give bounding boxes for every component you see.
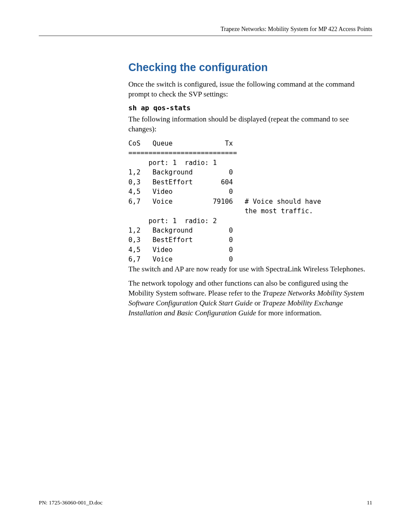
annot-cell <box>245 216 321 226</box>
running-header: Trapeze Networks: Mobility System for MP… <box>39 26 372 36</box>
followup-paragraph: The following information should be disp… <box>128 115 372 134</box>
table-row: 1,2 Background 0 <box>128 168 321 177</box>
section-title: Checking the configuration <box>128 61 372 74</box>
code-header-line: CoS Queue Tx <box>128 139 245 148</box>
annot-cell <box>245 177 321 187</box>
running-title: Trapeze Networks: Mobility System for MP… <box>221 26 372 32</box>
annot-cell <box>245 168 321 177</box>
table-row: =========================== <box>128 148 321 158</box>
code-line: 0,3 BestEffort 604 <box>128 177 245 187</box>
table-row: 6,7 Voice 0 <box>128 255 321 264</box>
annot-cell <box>245 245 321 255</box>
after-paragraph-1: The switch and AP are now ready for use … <box>128 264 372 274</box>
table-row: 0,3 BestEffort 0 <box>128 235 321 245</box>
annot-cell <box>245 187 321 196</box>
text-run: or <box>252 299 262 307</box>
annot-cell <box>245 158 321 168</box>
table-row: 1,2 Background 0 <box>128 226 321 235</box>
command-line: sh ap qos-stats <box>128 104 372 112</box>
annot-cell <box>245 255 321 264</box>
footer: PN: 1725-36060-001_D.doc 11 <box>39 499 372 506</box>
table-row: port: 1 radio: 2 <box>128 216 321 226</box>
code-line: 1,2 Background 0 <box>128 226 245 235</box>
table-row: 4,5 Video 0 <box>128 187 321 196</box>
code-line: 6,7 Voice 0 <box>128 255 245 264</box>
intro-paragraph: Once the switch is configured, issue the… <box>128 80 372 100</box>
text-run: for more information. <box>256 309 322 317</box>
table-row: 6,7 Voice 79106 # Voice should have the … <box>128 197 321 216</box>
code-line: 0,3 BestEffort 0 <box>128 235 245 245</box>
annot-cell <box>245 226 321 235</box>
annot-cell <box>245 148 321 158</box>
table-row: 0,3 BestEffort 604 <box>128 177 321 187</box>
after-paragraph-2: The network topology and other functions… <box>128 279 372 318</box>
content-area: Checking the configuration Once the swit… <box>128 61 372 318</box>
table-row: port: 1 radio: 1 <box>128 158 321 168</box>
footer-page-number: 11 <box>367 499 372 506</box>
footer-doc-id: PN: 1725-36060-001_D.doc <box>39 499 103 506</box>
code-line: 6,7 Voice 79106 <box>128 197 245 216</box>
table-row: CoS Queue Tx <box>128 139 321 148</box>
annot-cell <box>245 139 321 148</box>
annot-cell <box>245 235 321 245</box>
table-row: 4,5 Video 0 <box>128 245 321 255</box>
group-header: port: 1 radio: 1 <box>128 158 245 168</box>
qos-output: CoS Queue Tx ===========================… <box>128 139 321 264</box>
code-line: 1,2 Background 0 <box>128 168 245 177</box>
code-line: 4,5 Video 0 <box>128 187 245 196</box>
code-line: 4,5 Video 0 <box>128 245 245 255</box>
code-sep-line: =========================== <box>128 148 245 158</box>
group-header: port: 1 radio: 2 <box>128 216 245 226</box>
annot-cell: # Voice should have the most traffic. <box>245 197 321 216</box>
page: Trapeze Networks: Mobility System for MP… <box>0 0 411 532</box>
